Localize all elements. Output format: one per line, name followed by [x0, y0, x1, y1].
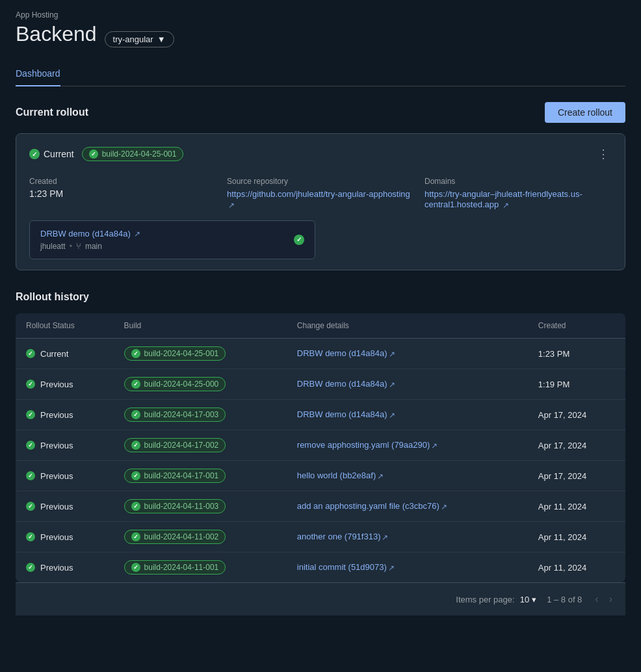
current-rollout-header: Current rollout Create rollout — [16, 102, 625, 123]
change-link[interactable]: initial commit (51d9073)↗ — [297, 562, 395, 572]
cell-build: build-2024-04-17-003 — [114, 400, 287, 430]
source-repo-url: https://github.com/jhuleatt/try-angular-… — [227, 189, 410, 199]
build-check-icon — [131, 380, 140, 389]
branch-selector[interactable]: try-angular ▼ — [105, 31, 174, 47]
cell-status: Previous — [16, 461, 114, 491]
pagination-prev-button[interactable]: ‹ — [592, 591, 601, 608]
current-status-icon — [29, 149, 40, 159]
cell-status: Previous — [16, 522, 114, 552]
external-link-icon: ↗ — [377, 472, 384, 481]
cell-build: build-2024-04-11-003 — [114, 491, 287, 522]
external-link-icon: ↗ — [228, 201, 235, 210]
cell-change: remove apphosting.yaml (79aa290)↗ — [287, 430, 528, 461]
build-status-icon — [89, 149, 98, 159]
build-cell-badge: build-2024-04-11-003 — [124, 499, 226, 513]
table-header-row: Rollout Status Build Change details Crea… — [16, 313, 625, 339]
items-per-page-label: Items per page: — [456, 595, 514, 604]
cell-created: Apr 11, 2024 — [528, 491, 625, 522]
source-repo-link[interactable]: https://github.com/jhuleatt/try-angular-… — [227, 189, 410, 209]
change-link[interactable]: DRBW demo (d14a84a)↗ — [297, 348, 395, 358]
cell-status: Previous — [16, 400, 114, 430]
rollout-card-header-left: Current build-2024-04-25-001 — [29, 147, 183, 161]
cell-created: 1:19 PM — [528, 369, 625, 400]
created-value: 1:23 PM — [29, 188, 216, 199]
domains-label: Domains — [425, 177, 612, 186]
domains-link[interactable]: https://try-angular–jhuleatt-friendlyeat… — [425, 189, 582, 209]
status-check-icon — [26, 471, 35, 480]
external-link-icon: ↗ — [382, 533, 388, 542]
change-link[interactable]: DRBW demo (d14a84a)↗ — [297, 409, 395, 419]
page-container: App Hosting Backend try-angular ▼ Dashbo… — [0, 0, 641, 626]
rollout-card-header: Current build-2024-04-25-001 ⋮ — [29, 144, 612, 164]
cell-created: 1:23 PM — [528, 339, 625, 369]
commit-link[interactable]: DRBW demo (d14a84a) ↗ — [40, 229, 140, 239]
change-link[interactable]: add an apphosting.yaml file (c3cbc76)↗ — [297, 501, 447, 511]
commit-branch: main — [85, 242, 102, 251]
status-label: Current — [40, 349, 68, 359]
branch-icon: ⑂ — [76, 241, 81, 251]
tab-dashboard[interactable]: Dashboard — [16, 62, 60, 86]
cell-change: DRBW demo (d14a84a)↗ — [287, 369, 528, 400]
cell-change: initial commit (51d9073)↗ — [287, 552, 528, 583]
table-row: Previousbuild-2024-04-17-001hello world … — [16, 461, 625, 491]
build-id: build-2024-04-25-001 — [144, 349, 219, 358]
external-link-icon: ↗ — [389, 350, 395, 359]
cell-created: Apr 17, 2024 — [528, 400, 625, 430]
commit-title: DRBW demo (d14a84a) — [40, 229, 131, 239]
external-link-icon: ↗ — [389, 411, 395, 420]
build-check-icon — [131, 532, 140, 541]
cell-status: Current — [16, 339, 114, 369]
status-label: Previous — [40, 441, 73, 450]
external-link-icon-domains: ↗ — [503, 201, 509, 210]
current-status-label: Current — [44, 149, 74, 159]
status-label: Previous — [40, 410, 73, 420]
build-cell-badge: build-2024-04-17-001 — [124, 469, 226, 483]
per-page-select[interactable]: 10 ▾ — [520, 595, 536, 604]
cell-change: hello world (bb2e8af)↗ — [287, 461, 528, 491]
cell-created: Apr 17, 2024 — [528, 461, 625, 491]
build-check-icon — [131, 349, 140, 358]
table-row: Previousbuild-2024-04-17-002remove appho… — [16, 430, 625, 461]
cell-change: DRBW demo (d14a84a)↗ — [287, 339, 528, 369]
external-link-icon-commit: ↗ — [134, 229, 140, 239]
status-check-icon — [26, 563, 35, 572]
build-id: build-2024-04-11-002 — [144, 532, 219, 541]
build-cell-badge: build-2024-04-11-002 — [124, 530, 226, 544]
source-repo-label: Source repository — [227, 177, 414, 186]
pagination-next-button[interactable]: › — [607, 591, 615, 608]
commit-meta: jhuleatt • ⑂ main — [40, 241, 140, 251]
cell-build: build-2024-04-25-000 — [114, 369, 287, 400]
build-cell-badge: build-2024-04-25-000 — [124, 377, 226, 391]
items-per-page: Items per page: 10 ▾ — [456, 595, 536, 604]
cell-build: build-2024-04-11-002 — [114, 522, 287, 552]
current-rollout-card: Current build-2024-04-25-001 ⋮ Created 1… — [16, 133, 625, 270]
build-id: build-2024-04-17-001 — [144, 471, 219, 480]
table-row: Previousbuild-2024-04-11-002another one … — [16, 522, 625, 552]
commit-card: DRBW demo (d14a84a) ↗ jhuleatt • ⑂ main — [29, 220, 315, 260]
cell-build: build-2024-04-17-002 — [114, 430, 287, 461]
cell-change: add an apphosting.yaml file (c3cbc76)↗ — [287, 491, 528, 522]
create-rollout-button[interactable]: Create rollout — [545, 102, 625, 123]
status-check-icon — [26, 441, 35, 450]
per-page-chevron: ▾ — [532, 595, 536, 604]
app-hosting-label: App Hosting — [16, 10, 625, 19]
change-link[interactable]: remove apphosting.yaml (79aa290)↗ — [297, 440, 438, 450]
rollout-history-title: Rollout history — [16, 291, 625, 303]
change-link[interactable]: another one (791f313)↗ — [297, 532, 389, 541]
status-badge-current: Current — [29, 149, 74, 159]
nav-tabs: Dashboard — [16, 62, 625, 86]
external-link-icon: ↗ — [389, 380, 395, 389]
cell-status: Previous — [16, 369, 114, 400]
change-link[interactable]: hello world (bb2e8af)↗ — [297, 471, 384, 480]
col-header-created: Created — [528, 313, 625, 339]
cell-change: another one (791f313)↗ — [287, 522, 528, 552]
more-options-icon[interactable]: ⋮ — [595, 144, 612, 164]
build-check-icon — [131, 410, 140, 419]
cell-status: Previous — [16, 491, 114, 522]
current-rollout-title: Current rollout — [16, 107, 88, 118]
build-id: build-2024-04-11-003 — [144, 502, 219, 511]
build-cell-badge: build-2024-04-25-001 — [124, 346, 226, 361]
change-link[interactable]: DRBW demo (d14a84a)↗ — [297, 379, 395, 389]
status-label: Previous — [40, 380, 73, 389]
status-check-icon — [26, 532, 35, 541]
